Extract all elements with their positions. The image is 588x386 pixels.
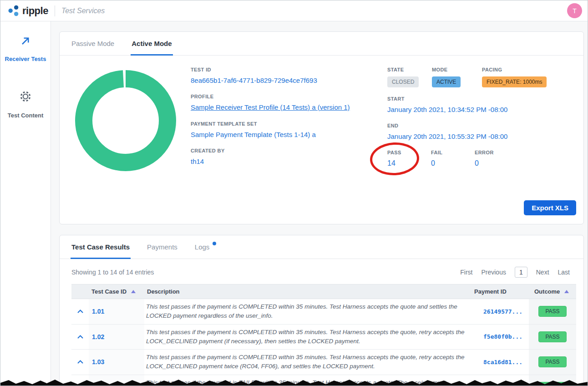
- mode-tabbar: Passive Mode Active Mode: [60, 32, 583, 56]
- stat-fail: FAIL 0: [431, 150, 475, 168]
- col-payment-id[interactable]: Payment ID: [471, 284, 529, 299]
- field-profile: PROFILE Sample Receiver Test Profile (14…: [191, 94, 387, 112]
- chevron-up-icon: [77, 360, 84, 364]
- col-outcome[interactable]: Outcome: [529, 284, 576, 299]
- col-description-label: Description: [147, 288, 180, 295]
- error-label: ERROR: [475, 150, 518, 155]
- profile-link[interactable]: Sample Receiver Test Profile (14 Tests) …: [191, 103, 350, 111]
- page-first[interactable]: First: [460, 269, 472, 276]
- ripple-logo[interactable]: ripple: [8, 5, 48, 17]
- field-state: STATE CLOSED: [387, 67, 432, 87]
- row-collapse-toggle[interactable]: [71, 350, 89, 375]
- outcome-cell: PASS: [529, 299, 576, 324]
- test-case-id-cell: 1.03: [89, 350, 144, 375]
- brand-name: ripple: [22, 5, 48, 17]
- sidebar-item-test-content[interactable]: Test Content: [8, 90, 43, 120]
- fail-label: FAIL: [431, 150, 475, 155]
- payment-id-link[interactable]: f5e80f0b...: [471, 325, 529, 350]
- col-expander: [71, 284, 89, 299]
- sort-asc-icon: [564, 290, 569, 293]
- arrow-up-right-icon: [20, 35, 31, 49]
- results-table: Test Case ID Description Payment ID Outc…: [71, 284, 576, 386]
- table-row[interactable]: 1.01 This test passes if the payment is …: [71, 299, 576, 325]
- field-payment-template: PAYMENT TEMPLATE SET Sample Payment Temp…: [191, 121, 387, 138]
- col-test-case-id-label: Test Case ID: [91, 288, 127, 295]
- header-divider: [55, 5, 55, 16]
- test-case-id-cell: 1.04: [89, 375, 144, 386]
- page-next[interactable]: Next: [536, 269, 549, 276]
- field-pacing: PACING FIXED_RATE: 1000ms: [482, 67, 547, 87]
- description-cell: This test passes if the payment is FAILE…: [144, 375, 471, 386]
- export-xls-button[interactable]: Export XLS: [524, 200, 576, 215]
- stat-error: ERROR 0: [475, 150, 518, 168]
- test-summary-card: Passive Mode Active Mode TEST ID 8ea665b…: [59, 31, 584, 224]
- row-collapse-toggle[interactable]: [71, 325, 89, 350]
- page-current[interactable]: 1: [515, 267, 527, 278]
- col-outcome-label: Outcome: [534, 288, 560, 295]
- logs-notification-dot: [213, 242, 216, 245]
- page-previous[interactable]: Previous: [481, 269, 506, 276]
- tab-active-mode[interactable]: Active Mode: [132, 32, 172, 55]
- user-avatar[interactable]: T: [567, 3, 582, 18]
- app-title: Test Services: [61, 7, 105, 15]
- description-cell: This test passes if the payment is COMPL…: [144, 350, 471, 375]
- test-id-label: TEST ID: [191, 67, 387, 72]
- created-by-value: th14: [191, 157, 387, 165]
- profile-label: PROFILE: [191, 94, 387, 99]
- table-header: Test Case ID Description Payment ID Outc…: [71, 284, 576, 299]
- pacing-badge: FIXED_RATE: 1000ms: [482, 76, 547, 87]
- main-content: Passive Mode Active Mode TEST ID 8ea665b…: [51, 21, 588, 386]
- col-description[interactable]: Description: [144, 284, 471, 299]
- tab-test-case-results[interactable]: Test Case Results: [71, 235, 130, 259]
- field-test-id: TEST ID 8ea665b1-7af6-4771-b829-729e4ce7…: [191, 67, 387, 84]
- sidebar: Receiver Tests Test Content: [0, 21, 51, 386]
- sort-asc-icon: [131, 290, 136, 293]
- pass-value: 14: [387, 159, 431, 168]
- tab-passive-mode[interactable]: Passive Mode: [71, 32, 114, 55]
- field-end: END January 20th 2021, 10:55:32 PM -08:0…: [387, 123, 572, 140]
- outcome-cell: PASS: [529, 375, 576, 386]
- app-window: ripple Test Services T Receiver Tests: [0, 0, 588, 386]
- col-test-case-id[interactable]: Test Case ID: [89, 284, 144, 299]
- description-cell: This test passes if the payment is COMPL…: [144, 325, 471, 350]
- description-cell: This test passes if the payment is COMPL…: [144, 299, 471, 324]
- end-value: January 20th 2021, 10:55:32 PM -08:00: [387, 132, 572, 140]
- table-row[interactable]: 1.04 This test passes if the payment is …: [71, 375, 576, 386]
- table-row[interactable]: 1.02 This test passes if the payment is …: [71, 325, 576, 350]
- pass-badge: PASS: [538, 356, 566, 367]
- payment-template-value: Sample Payment Template (Tests 1-14) a: [191, 131, 387, 138]
- page-last[interactable]: Last: [558, 269, 570, 276]
- tab-payments[interactable]: Payments: [147, 235, 177, 259]
- state-badge: CLOSED: [387, 76, 419, 87]
- end-label: END: [387, 123, 572, 128]
- error-value: 0: [475, 159, 518, 168]
- col-payment-id-label: Payment ID: [474, 288, 507, 295]
- table-body: 1.01 This test passes if the payment is …: [71, 299, 576, 386]
- mode-badge: ACTIVE: [432, 76, 461, 87]
- pacing-label: PACING: [482, 67, 547, 72]
- field-start: START January 20th 2021, 10:34:52 PM -08…: [387, 96, 572, 113]
- row-collapse-toggle[interactable]: [71, 299, 89, 324]
- state-label: STATE: [387, 67, 432, 72]
- table-row[interactable]: 1.03 This test passes if the payment is …: [71, 350, 576, 375]
- field-created-by: CREATED BY th14: [191, 148, 387, 165]
- pass-label: PASS: [387, 150, 431, 155]
- sidebar-label: Receiver Tests: [5, 56, 46, 63]
- row-collapse-toggle[interactable]: [71, 375, 89, 386]
- pass-badge: PASS: [538, 331, 566, 342]
- payment-id-link[interactable]: 24212701...: [471, 375, 529, 386]
- payment-id-link[interactable]: 8ca16d81...: [471, 350, 529, 375]
- pass-badge: PASS: [538, 382, 566, 386]
- gear-icon: [19, 90, 32, 106]
- test-results-card: Test Case Results Payments Logs Showing …: [59, 235, 584, 386]
- payment-id-link[interactable]: 26149577...: [471, 299, 529, 324]
- start-value: January 20th 2021, 10:34:52 PM -08:00: [387, 106, 572, 113]
- ripple-logo-icon: [8, 5, 20, 17]
- results-tabbar: Test Case Results Payments Logs: [60, 235, 583, 259]
- pass-badge: PASS: [538, 306, 566, 317]
- tab-logs-label: Logs: [195, 243, 210, 251]
- sidebar-item-receiver-tests[interactable]: Receiver Tests: [5, 35, 46, 63]
- pagination: First Previous 1 Next Last: [460, 267, 570, 278]
- test-case-id-cell: 1.02: [89, 325, 144, 350]
- tab-logs[interactable]: Logs: [195, 235, 217, 259]
